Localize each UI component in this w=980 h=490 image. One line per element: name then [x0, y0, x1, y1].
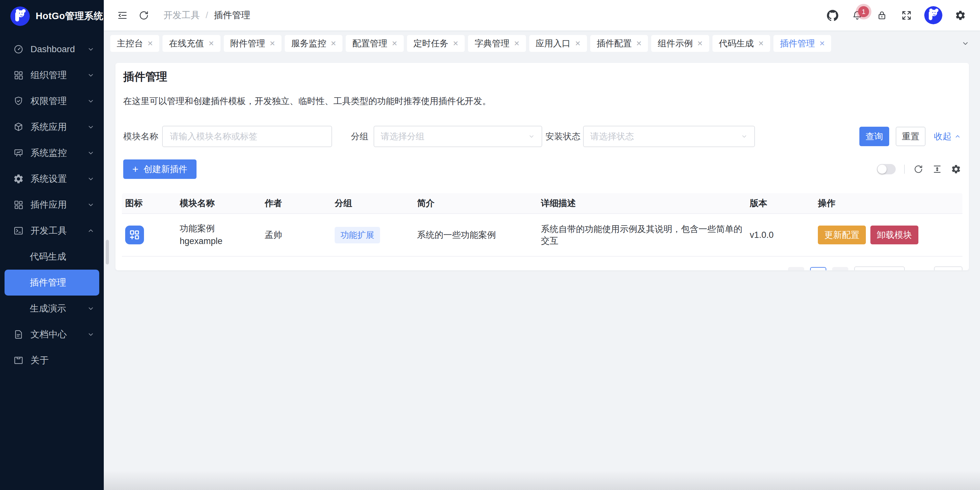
- sidebar-item-label: 插件应用: [30, 199, 67, 211]
- grid-icon: [13, 70, 24, 81]
- sidebar-scrollbar-thumb[interactable]: [106, 240, 109, 265]
- sidebar-item-label: 关于: [30, 354, 49, 366]
- tab-2[interactable]: 在线充值×: [162, 35, 220, 52]
- sidebar-item-sys-monitor[interactable]: 系统监控: [0, 140, 104, 166]
- sidebar-item-dashboard[interactable]: Dashboard: [0, 36, 104, 62]
- tab-5[interactable]: 配置管理×: [346, 35, 403, 52]
- sidebar-item-dev-tools[interactable]: 开发工具: [0, 218, 104, 244]
- refresh-icon[interactable]: [133, 4, 154, 26]
- sidebar-item-about[interactable]: 关于: [0, 347, 104, 373]
- sidebar-item-org-manage[interactable]: 组织管理: [0, 62, 104, 88]
- install-status-field: 安装状态 请选择状态: [546, 126, 755, 147]
- sidebar-item-perm-manage[interactable]: 权限管理: [0, 88, 104, 114]
- search-button[interactable]: 查询: [859, 127, 889, 146]
- tab-close-icon[interactable]: ×: [392, 39, 397, 48]
- tab-close-icon[interactable]: ×: [331, 39, 336, 48]
- chevron-down-icon: [528, 133, 535, 140]
- tab-11[interactable]: 代码生成×: [713, 35, 770, 52]
- column-header-8: 操作: [815, 197, 963, 209]
- breadcrumb-parent[interactable]: 开发工具: [164, 9, 200, 21]
- sidebar-item-plugin-app[interactable]: 插件应用: [0, 192, 104, 218]
- terminal-icon: [13, 225, 24, 236]
- chevron-down-icon: [741, 133, 748, 140]
- current-page-button[interactable]: 1: [810, 267, 826, 270]
- jump-page-input[interactable]: [934, 266, 963, 270]
- group-select[interactable]: 请选择分组: [374, 126, 542, 147]
- chevron-up-icon: [954, 133, 961, 140]
- sidebar-item-sys-app[interactable]: 系统应用: [0, 114, 104, 140]
- install-status-select[interactable]: 请选择状态: [583, 126, 755, 147]
- page-size-value: 10 / 页: [861, 269, 887, 270]
- uninstall-module-button[interactable]: 卸载模块: [870, 225, 918, 244]
- tab-close-icon[interactable]: ×: [270, 39, 275, 48]
- chevron-down-icon: [87, 149, 95, 157]
- table-refresh-icon[interactable]: [913, 164, 924, 174]
- filter-actions: 查询 重置 收起: [859, 127, 961, 146]
- collapse-filter-link[interactable]: 收起: [934, 131, 961, 142]
- tab-close-icon[interactable]: ×: [208, 39, 214, 48]
- sidebar-item-label: 系统设置: [30, 173, 67, 185]
- cell-author: 孟帅: [261, 229, 331, 241]
- github-icon[interactable]: [822, 4, 843, 26]
- tab-close-icon[interactable]: ×: [575, 39, 581, 48]
- page-head: 插件管理 在这里可以管理和创建插件模板，开发独立、临时性、工具类型的功能时推荐使…: [115, 63, 969, 107]
- sidebar-item-gen-demo[interactable]: 生成演示: [0, 295, 104, 322]
- tab-12[interactable]: 插件管理×: [773, 35, 831, 52]
- tab-close-icon[interactable]: ×: [636, 39, 641, 48]
- toggle-switch[interactable]: [877, 164, 896, 174]
- prev-page-button[interactable]: [788, 267, 804, 270]
- settings-gear-icon[interactable]: [950, 4, 971, 26]
- fullscreen-icon[interactable]: [896, 4, 917, 26]
- group-label: 分组: [351, 131, 368, 142]
- user-avatar[interactable]: [924, 6, 942, 24]
- tab-4[interactable]: 服务监控×: [285, 35, 342, 52]
- chevron-down-icon: [87, 304, 95, 312]
- sidebar-item-code-gen[interactable]: 代码生成: [0, 244, 104, 270]
- reset-button[interactable]: 重置: [896, 127, 926, 146]
- breadcrumb-separator: /: [205, 10, 208, 21]
- cell-intro: 系统的一些功能案例: [414, 229, 538, 241]
- tab-label: 应用入口: [536, 38, 571, 49]
- monitor-icon: [13, 147, 24, 159]
- table-row[interactable]: 功能案例 hgexample 孟帅 功能扩展 系统的一些功能案例 系统自带的功能…: [122, 214, 963, 257]
- lock-screen-icon[interactable]: [871, 4, 892, 26]
- status-select-placeholder: 请选择状态: [590, 131, 634, 142]
- group-field: 分组 请选择分组: [351, 126, 542, 147]
- logo[interactable]: HotGo管理系统: [0, 0, 104, 32]
- sidebar-item-plugin-manage[interactable]: 插件管理: [5, 270, 99, 295]
- tab-6[interactable]: 定时任务×: [407, 35, 465, 52]
- tab-10[interactable]: 组件示例×: [651, 35, 709, 52]
- tab-3[interactable]: 附件管理×: [224, 35, 282, 52]
- tab-close-icon[interactable]: ×: [453, 39, 458, 48]
- page-size-select[interactable]: 10 / 页: [854, 266, 905, 270]
- create-plugin-label: 创建新插件: [144, 163, 188, 175]
- sidebar-item-label: 系统应用: [30, 121, 67, 133]
- sidebar-item-doc-center[interactable]: 文档中心: [0, 322, 104, 347]
- tab-label: 插件管理: [780, 38, 815, 49]
- tab-close-icon[interactable]: ×: [759, 39, 764, 48]
- update-config-button[interactable]: 更新配置: [818, 225, 866, 244]
- tab-label: 配置管理: [352, 38, 387, 49]
- tab-label: 插件配置: [597, 38, 632, 49]
- tab-9[interactable]: 插件配置×: [590, 35, 648, 52]
- notifications-button[interactable]: 1: [846, 4, 868, 26]
- module-name-input[interactable]: [162, 126, 332, 147]
- cell-group: 功能扩展: [331, 227, 414, 243]
- row-height-icon[interactable]: [932, 164, 942, 174]
- column-header-4: 分组: [331, 197, 414, 209]
- tab-close-icon[interactable]: ×: [148, 39, 153, 48]
- next-page-button[interactable]: [832, 267, 848, 270]
- column-settings-gear-icon[interactable]: [951, 164, 961, 174]
- tab-close-icon[interactable]: ×: [514, 39, 519, 48]
- tab-7[interactable]: 字典管理×: [468, 35, 526, 52]
- tabs-dropdown-icon[interactable]: [961, 39, 970, 48]
- breadcrumb-current: 插件管理: [214, 9, 250, 21]
- create-plugin-button[interactable]: + 创建新插件: [123, 159, 197, 179]
- tab-1[interactable]: 主控台×: [110, 35, 159, 52]
- group-select-placeholder: 请选择分组: [381, 131, 425, 142]
- menu-fold-icon[interactable]: [111, 4, 133, 26]
- tab-close-icon[interactable]: ×: [697, 39, 702, 48]
- tab-close-icon[interactable]: ×: [819, 39, 825, 48]
- sidebar-item-sys-settings[interactable]: 系统设置: [0, 166, 104, 192]
- tab-8[interactable]: 应用入口×: [529, 35, 587, 52]
